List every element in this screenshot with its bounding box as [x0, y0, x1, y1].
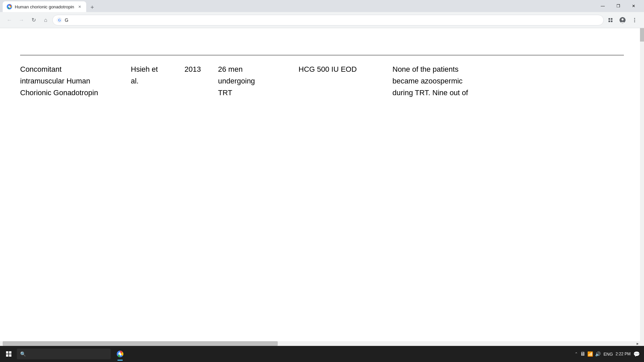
scroll-right-arrow[interactable]: ▶ — [635, 341, 640, 346]
taskbar: 🔍 ⌃ 🖥 📶 🔊 ENG 2:22 PM — [0, 346, 644, 362]
display-icon[interactable]: 🖥 — [580, 351, 585, 357]
tab-favicon-icon — [7, 4, 12, 9]
clock-time: 2:22 PM — [615, 352, 631, 356]
address-bar[interactable]: G — [52, 15, 604, 25]
url-input[interactable] — [65, 17, 599, 23]
scrollbar-thumb[interactable] — [640, 28, 644, 42]
col6-line2: became azoospermic — [392, 75, 624, 87]
refresh-button[interactable]: ↻ — [28, 15, 39, 25]
col1-line1: Concomitant — [20, 63, 131, 75]
col-outcome: None of the patients became azoospermic … — [392, 63, 624, 99]
system-tray-icons: ⌃ 🖥 📶 🔊 — [575, 351, 601, 357]
svg-point-9 — [622, 18, 624, 20]
tab-close-button[interactable]: ✕ — [77, 4, 82, 9]
col4-line1: 26 men — [218, 63, 299, 75]
title-bar: Human chorionic gonadotropin ✕ + — ❐ ✕ — [0, 0, 644, 12]
new-tab-button[interactable]: + — [88, 3, 97, 12]
taskbar-search[interactable]: 🔍 — [17, 349, 111, 359]
svg-text:G: G — [58, 18, 61, 22]
horizontal-scrollbar[interactable] — [0, 341, 640, 346]
col6-line3: during TRT. Nine out of — [392, 87, 624, 99]
col-treatment: Concomitant intramuscular Human Chorioni… — [20, 63, 131, 99]
table-container: Concomitant intramuscular Human Chorioni… — [20, 55, 624, 99]
col4-line2: undergoing — [218, 75, 299, 87]
home-button[interactable]: ⌂ — [40, 15, 51, 25]
forward-button[interactable]: → — [16, 15, 27, 25]
svg-rect-4 — [608, 18, 610, 20]
taskbar-clock[interactable]: 2:22 PM — [615, 352, 631, 356]
col2-line1: Hsieh et — [131, 63, 184, 75]
extensions-button[interactable] — [605, 15, 616, 25]
close-button[interactable]: ✕ — [626, 0, 641, 12]
account-button[interactable] — [617, 15, 628, 25]
tab-title-label: Human chorionic gonadotropin — [15, 4, 74, 9]
svg-rect-7 — [611, 20, 612, 22]
window-controls: — ❐ ✕ — [595, 0, 641, 12]
google-icon: G — [57, 17, 62, 23]
network-icon[interactable]: 📶 — [587, 351, 593, 357]
language-indicator: ENG — [603, 352, 613, 357]
col1-line2: intramuscular Human — [20, 75, 131, 87]
taskbar-pinned-apps — [113, 347, 127, 361]
col2-line2: al. — [131, 75, 184, 87]
page-content: Concomitant intramuscular Human Chorioni… — [0, 28, 644, 362]
col3-line1: 2013 — [184, 63, 218, 75]
active-tab[interactable]: Human chorionic gonadotropin ✕ — [3, 1, 86, 12]
col-population: 26 men undergoing TRT — [218, 63, 299, 99]
notification-icon[interactable]: 💬 — [633, 351, 640, 357]
menu-button[interactable] — [629, 15, 640, 25]
minimize-button[interactable]: — — [595, 0, 610, 12]
browser-toolbar: ← → ↻ ⌂ G — [0, 12, 644, 28]
tray-overflow-icon[interactable]: ⌃ — [575, 352, 578, 356]
maximize-button[interactable]: ❐ — [610, 0, 626, 12]
svg-rect-5 — [611, 18, 612, 20]
svg-point-12 — [634, 21, 635, 22]
table-row: Concomitant intramuscular Human Chorioni… — [20, 55, 624, 99]
col4-line3: TRT — [218, 87, 299, 99]
tab-strip: Human chorionic gonadotropin ✕ + — [3, 0, 97, 12]
toolbar-right — [605, 15, 640, 25]
sound-icon[interactable]: 🔊 — [595, 351, 601, 357]
col-year: 2013 — [184, 63, 218, 99]
search-icon: 🔍 — [20, 351, 26, 357]
h-scrollbar-thumb[interactable] — [3, 341, 278, 346]
col5-line1: HCG 500 IU EOD — [299, 63, 392, 75]
taskbar-chrome-button[interactable] — [113, 347, 127, 361]
taskbar-right: ⌃ 🖥 📶 🔊 ENG 2:22 PM 💬 — [575, 351, 643, 357]
back-button[interactable]: ← — [4, 15, 15, 25]
svg-point-11 — [634, 19, 635, 20]
col6-line1: None of the patients — [392, 63, 624, 75]
vertical-scrollbar[interactable] — [640, 28, 644, 349]
svg-point-10 — [634, 18, 635, 19]
svg-rect-6 — [608, 20, 610, 22]
col-dosage: HCG 500 IU EOD — [299, 63, 392, 99]
windows-icon — [6, 351, 11, 357]
col1-line3: Chorionic Gonadotropin — [20, 87, 131, 99]
col-author: Hsieh et al. — [131, 63, 184, 99]
start-button[interactable] — [1, 347, 16, 361]
